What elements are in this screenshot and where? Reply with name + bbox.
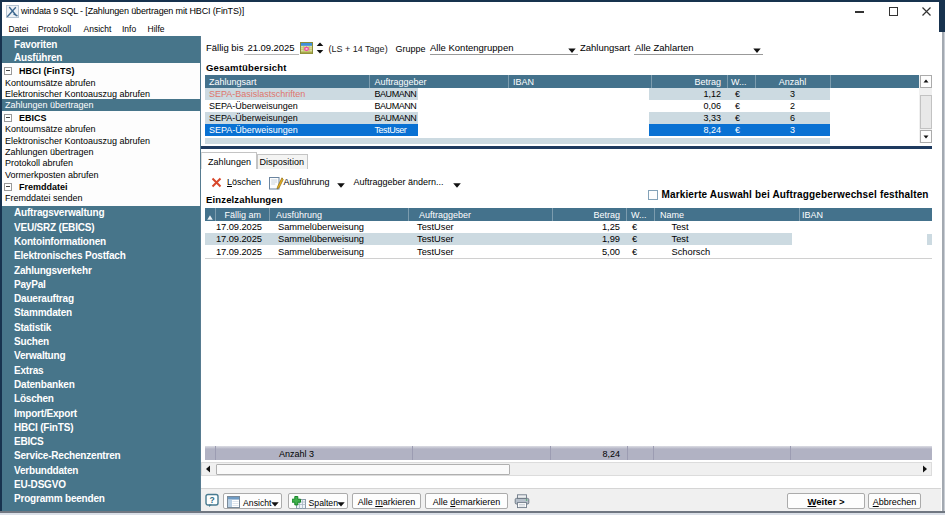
svg-text:?: ?	[209, 495, 214, 505]
